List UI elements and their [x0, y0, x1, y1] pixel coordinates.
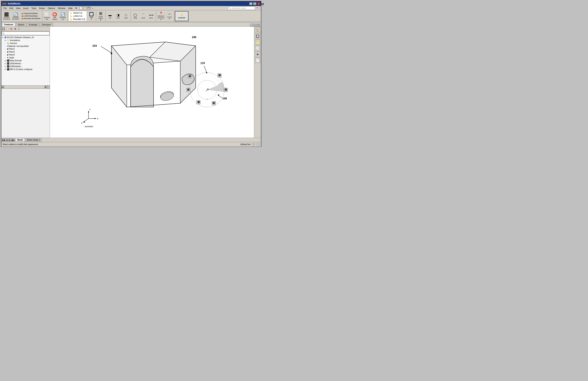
menu-separator: [260, 7, 260, 10]
menu-help[interactable]: Help: [67, 7, 74, 10]
solidworks-search-box[interactable]: 🔍 SolidWorks Search: [228, 6, 255, 10]
tab-sketch[interactable]: Sketch: [16, 23, 27, 26]
ft-item-block[interactable]: ⊞ 🔷 BLOCK (Default<<Default>_DI: [2, 36, 49, 39]
extruded-cut-button[interactable]: ⬜ ExtrudedCut: [43, 11, 51, 21]
instant3d-button[interactable]: ⚡ Instant3D: [175, 11, 189, 21]
ft-btn-config[interactable]: 🔖: [10, 27, 13, 31]
nav-prev-btn[interactable]: ◀: [5, 138, 8, 142]
ft-expander-plane1: ─: [4, 48, 7, 50]
rp-folder-btn[interactable]: 📁: [255, 40, 260, 45]
shell-button[interactable]: □ Shell: [122, 11, 130, 21]
ft-item-plane1[interactable]: ─ ◈ Plane1: [2, 47, 49, 50]
dome-button[interactable]: ⌒ Dome: [139, 11, 147, 21]
tab-minimize-btn[interactable]: _: [250, 24, 253, 26]
quick-access-new[interactable]: 📄: [79, 6, 83, 10]
status-tool-btn[interactable]: 🔧: [257, 143, 260, 146]
ft-filter-box[interactable]: ▽: [2, 31, 49, 35]
viewport[interactable]: Y X Z Isometric: [50, 27, 261, 138]
tab-evaluate[interactable]: Evaluate: [27, 23, 40, 26]
ft-item-200default[interactable]: ⊞ ⬛ 200(Default)→: [2, 65, 49, 68]
menu-edit[interactable]: Edit: [8, 7, 14, 10]
menu-question[interactable]: ?: [255, 7, 259, 10]
svg-text:⬛: ⬛: [218, 74, 221, 76]
view-label: Isometric: [85, 125, 93, 128]
nav-last-btn[interactable]: ▶▶: [12, 138, 15, 142]
hole-wizard-button[interactable]: ⭕ HoleWizard: [51, 11, 59, 21]
quick-access-open[interactable]: 📂: [83, 6, 87, 10]
maximize-btn[interactable]: □: [253, 2, 256, 5]
quick-access-save[interactable]: 💾: [87, 6, 91, 10]
draft-button[interactable]: ◨ Draft: [114, 11, 122, 21]
radial-cursor-icon: ↗: [205, 87, 209, 92]
ft-item-base-extrude[interactable]: ⊞ ⬛ Base-Extrude: [2, 59, 49, 62]
ft-scroll-track: [4, 86, 44, 88]
extruded-boss2-icon: 🔄: [13, 12, 18, 16]
status-help-btn[interactable]: ?: [252, 143, 255, 146]
ft-expander-m8: ⊞: [4, 68, 7, 70]
ft-expander-origin: ─: [4, 57, 7, 59]
ft-btn-more[interactable]: »: [17, 27, 21, 31]
fillet-button[interactable]: 🔲 Fillet ▼: [87, 11, 95, 21]
swept-cut-button[interactable]: 📐 Swept Cut: [70, 11, 85, 14]
ft-btn-property[interactable]: 📋: [6, 27, 9, 31]
rp-box-btn[interactable]: ⬜: [255, 45, 260, 51]
menu-insert[interactable]: Insert: [22, 7, 30, 10]
menu-options[interactable]: Options: [47, 7, 56, 10]
ft-item-plane2[interactable]: ─ ◈ Plane2: [2, 50, 49, 53]
rp-doc-btn[interactable]: 📄: [255, 58, 260, 63]
bottom-tab-model[interactable]: Model: [16, 138, 25, 142]
ft-btn-component[interactable]: 🔲: [2, 27, 5, 31]
menu-tools[interactable]: Tools: [30, 7, 38, 10]
extruded-boss-base-button[interactable]: ⬛ ExtrudedBoss/Base: [2, 11, 11, 21]
ft-item-100default[interactable]: ⊞ ⬛ 100(Default)→: [2, 62, 49, 65]
menu-view[interactable]: View: [15, 7, 22, 10]
minimize-btn[interactable]: _: [249, 2, 252, 5]
ft-label-sensors: Sensors: [10, 42, 17, 44]
linear-pattern-button[interactable]: ⊞ LinearPattern ▼: [97, 11, 105, 21]
ft-icon-plane2: ◈: [7, 51, 8, 53]
ft-item-material[interactable]: ─ ≡ Material <not specified>: [2, 45, 49, 47]
revolved-cut-button[interactable]: 🔃 RevolvedCut: [59, 11, 67, 21]
fillet-label: Fillet: [90, 17, 93, 18]
close-btn[interactable]: ✕: [257, 2, 260, 5]
boundary-cut-icon: 📐: [70, 18, 72, 20]
ft-item-origin[interactable]: ─ ✦ Origin: [2, 56, 49, 59]
ft-item-sensors[interactable]: ─ 📡 Sensors: [2, 42, 49, 45]
shell-label: Shell: [124, 17, 128, 19]
ft-btn-add[interactable]: ⊕: [13, 27, 17, 31]
tab-dimxpert[interactable]: DimXpert: [40, 23, 53, 26]
bottom-tab-motion[interactable]: Motion Study 1: [25, 138, 42, 142]
rp-view-btn[interactable]: 🔲: [255, 33, 260, 39]
lofted-boss-label: Lofted Boss/Base: [24, 15, 38, 17]
reference-geometry-button[interactable]: 📍 ReferenceGeometry ▼: [157, 11, 165, 21]
ft-item-m8[interactable]: ⊞ ⬛ M8<1>(Custom configurat: [2, 68, 49, 71]
ft-item-plane3[interactable]: ─ ◈ Plane3: [2, 53, 49, 56]
window-controls[interactable]: _ □ ✕: [249, 2, 260, 5]
menu-file[interactable]: File: [2, 7, 8, 10]
boundary-cut-button[interactable]: 📐 Boundary Cut: [70, 18, 85, 21]
tab-restore-btn[interactable]: □: [253, 24, 257, 26]
swept-boss-dropdown-button[interactable]: 📦 Swept Boss/Base 📦 Lofted Boss/Base 📦 B…: [21, 11, 42, 21]
rib-label: Rib: [109, 17, 111, 19]
mirror-button[interactable]: ⟺ Mirror: [147, 11, 155, 21]
menu-solver[interactable]: Solver: [38, 7, 46, 10]
rib-button[interactable]: ▬ Rib: [106, 11, 114, 21]
extruded-boss-base2-button[interactable]: 🔄 ExtrudedBoss/Base: [11, 11, 20, 21]
ft-item-annotations[interactable]: ⊞ 📁 Annotations: [2, 39, 49, 42]
rp-zoom-btn[interactable]: ⊕: [255, 51, 260, 57]
ft-scroll-left-btn[interactable]: ◀: [1, 86, 4, 88]
curves-button[interactable]: 〰 Curves ▼: [166, 11, 173, 21]
rp-home-btn[interactable]: 🏠: [255, 27, 260, 33]
ft-label-origin: Origin: [9, 57, 14, 59]
lofted-cut-button[interactable]: 📐 Lofted Cut: [70, 15, 85, 18]
ft-hscrollbar[interactable]: ◀ ▶: [1, 86, 47, 88]
menu-icon[interactable]: ⊕: [74, 6, 78, 10]
nav-next-btn[interactable]: ▶: [8, 138, 11, 142]
menu-window[interactable]: Window: [57, 7, 67, 10]
wrap-button[interactable]: ◯ Wrap: [131, 11, 139, 21]
ft-scroll-right-btn[interactable]: ▶: [44, 86, 47, 88]
tab-close-btn[interactable]: ✕: [257, 24, 260, 26]
ft-expander-plane2: ─: [4, 51, 7, 53]
nav-first-btn[interactable]: ◀◀: [2, 138, 5, 142]
tab-features[interactable]: Features: [2, 22, 15, 26]
